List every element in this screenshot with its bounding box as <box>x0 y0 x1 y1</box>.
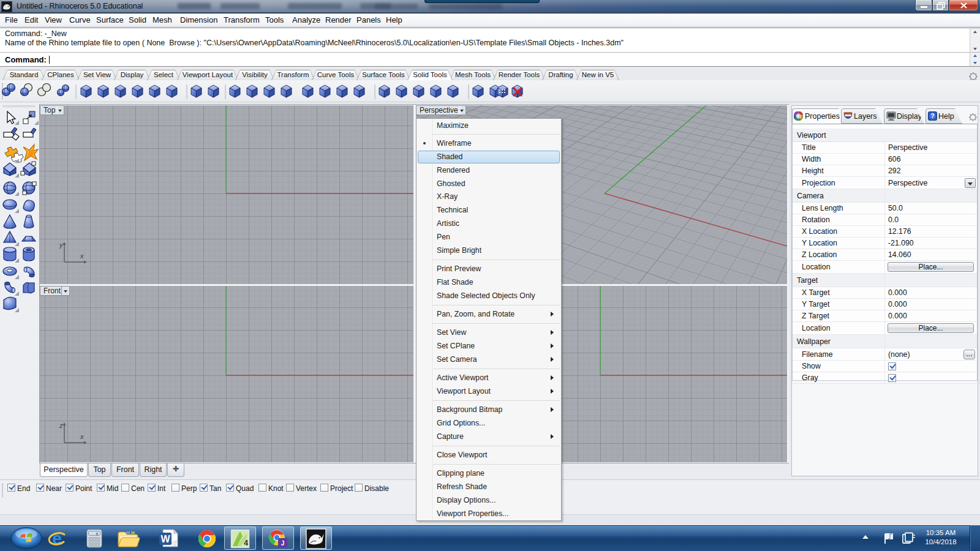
svg-text:x: x <box>80 433 84 440</box>
svg-text:J: J <box>281 540 285 547</box>
svg-text:4: 4 <box>244 538 249 547</box>
svg-text:x: x <box>80 252 84 260</box>
svg-text:z: z <box>59 422 63 429</box>
svg-text:?: ? <box>930 113 934 119</box>
svg-text:W: W <box>160 534 170 544</box>
